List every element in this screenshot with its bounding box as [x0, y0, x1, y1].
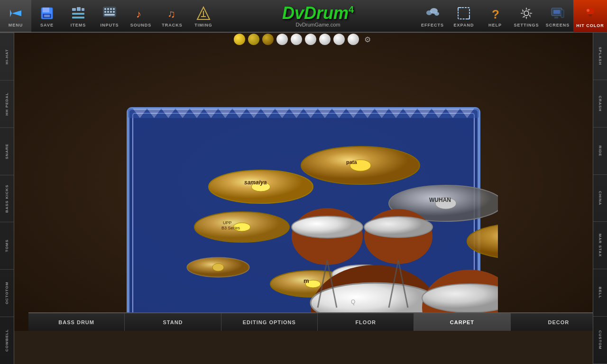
sidebar-item-hh-pedal[interactable]: HH PEDAL: [0, 80, 14, 127]
items-icon: [70, 5, 87, 22]
menu-button[interactable]: MENU: [0, 0, 31, 32]
svg-text:Q: Q: [351, 299, 355, 305]
help-icon: ?: [487, 5, 504, 22]
bottom-bar: BASS DRUM STAND EDITING OPTIONS FLOOR CA…: [28, 312, 593, 331]
svg-rect-15: [107, 11, 109, 13]
svg-rect-7: [72, 13, 84, 15]
stand-button[interactable]: STAND: [125, 313, 221, 331]
help-button[interactable]: ? HELP: [479, 0, 511, 32]
drum-area: samaiya pata WUHAN UPP B3 Series: [14, 33, 593, 331]
hit-color-icon: [582, 4, 599, 21]
sidebar-item-custom[interactable]: CUSTOM: [593, 317, 607, 364]
sidebar-item-mar-stax[interactable]: MAR STAX: [593, 222, 607, 269]
svg-text:B3 Series: B3 Series: [221, 226, 240, 230]
expand-icon: [455, 5, 472, 22]
svg-text:UPP: UPP: [223, 220, 232, 225]
logo: DvDrum4 DvDrumGame.com: [219, 5, 417, 27]
effects-icon: [424, 5, 441, 22]
svg-text:samaiya: samaiya: [244, 179, 267, 186]
svg-rect-12: [110, 8, 112, 10]
svg-point-26: [434, 12, 439, 16]
svg-rect-5: [77, 7, 81, 11]
screens-icon: [549, 5, 566, 22]
sidebar-item-snare[interactable]: SNARE: [0, 127, 14, 175]
bass-drum-button[interactable]: BASS DRUM: [28, 313, 125, 331]
carpet-button[interactable]: CARPET: [414, 313, 510, 331]
svg-rect-4: [72, 8, 76, 11]
inputs-icon: [101, 5, 118, 22]
main-content: ⚙: [14, 33, 593, 331]
svg-rect-27: [458, 8, 469, 19]
svg-rect-37: [554, 17, 558, 18]
settings-icon: [518, 5, 535, 22]
svg-text:?: ?: [492, 7, 499, 20]
svg-rect-6: [82, 8, 84, 11]
tracks-button[interactable]: ♫ TRACKS: [156, 0, 188, 32]
svg-rect-14: [104, 11, 106, 13]
svg-rect-11: [107, 8, 109, 10]
timing-button[interactable]: TIMING: [188, 0, 219, 32]
sidebar-item-octotom[interactable]: OCTOTOM: [0, 269, 14, 317]
sidebar-item-bell[interactable]: BELL: [593, 269, 607, 317]
effects-button[interactable]: EFFECTS: [417, 0, 448, 32]
svg-text:WUHAN: WUHAN: [429, 197, 451, 203]
screens-button[interactable]: SCREENS: [542, 0, 573, 32]
items-button[interactable]: ITEMS: [63, 0, 94, 32]
svg-point-33: [524, 11, 529, 16]
sidebar-item-china[interactable]: CHINA: [593, 175, 607, 222]
sidebar-item-cowbell[interactable]: COWBELL: [0, 317, 14, 364]
svg-rect-10: [104, 8, 106, 10]
svg-rect-16: [110, 11, 112, 13]
settings-button[interactable]: SETTINGS: [511, 0, 542, 32]
drum-kit-visualization: samaiya pata WUHAN UPP B3 Series: [109, 71, 498, 331]
svg-text:pata: pata: [346, 159, 358, 165]
svg-rect-18: [104, 14, 115, 16]
svg-rect-13: [113, 8, 115, 10]
sidebar-item-bass-kicks[interactable]: BASS KICKS: [0, 175, 14, 222]
editing-options-button[interactable]: EDITING OPTIONS: [221, 313, 318, 331]
tracks-icon: ♫: [164, 5, 181, 22]
menu-icon: [7, 5, 24, 22]
timing-icon: [195, 5, 212, 22]
inputs-button[interactable]: INPUTS: [94, 0, 125, 32]
svg-rect-8: [72, 17, 84, 18]
svg-rect-35: [553, 10, 560, 14]
toolbar: MENU SAVE ITEMS: [0, 0, 607, 33]
svg-point-71: [212, 264, 224, 271]
svg-rect-17: [113, 11, 115, 13]
expand-button[interactable]: EXPAND: [448, 0, 479, 32]
floor-button[interactable]: FLOOR: [318, 313, 414, 331]
decor-button[interactable]: DECOR: [511, 313, 593, 331]
svg-text:♪: ♪: [136, 8, 141, 20]
svg-rect-36: [561, 10, 564, 18]
sidebar-item-ride[interactable]: RIDE: [593, 127, 607, 175]
sidebar-item-hi-hat[interactable]: HI-HAT: [0, 33, 14, 80]
hit-color-button[interactable]: HIT COLOR: [573, 0, 607, 32]
svg-text:♫: ♫: [167, 8, 175, 20]
sounds-icon: ♪: [132, 5, 149, 22]
save-icon: [38, 5, 55, 22]
right-sidebar: SPLASH CRASH RIDE CHINA MAR STAX BELL CU…: [593, 33, 607, 364]
sidebar-item-toms[interactable]: TOMS: [0, 222, 14, 269]
sidebar-item-splash[interactable]: SPLASH: [593, 33, 607, 80]
svg-rect-1: [43, 8, 49, 12]
sounds-button[interactable]: ♪ SOUNDS: [125, 0, 156, 32]
svg-rect-3: [44, 15, 50, 17]
left-sidebar: HI-HAT HH PEDAL SNARE BASS KICKS TOMS OC…: [0, 33, 14, 364]
svg-text:m: m: [304, 277, 309, 284]
svg-point-39: [587, 9, 589, 12]
sidebar-item-crash[interactable]: CRASH: [593, 80, 607, 127]
save-button[interactable]: SAVE: [31, 0, 63, 32]
